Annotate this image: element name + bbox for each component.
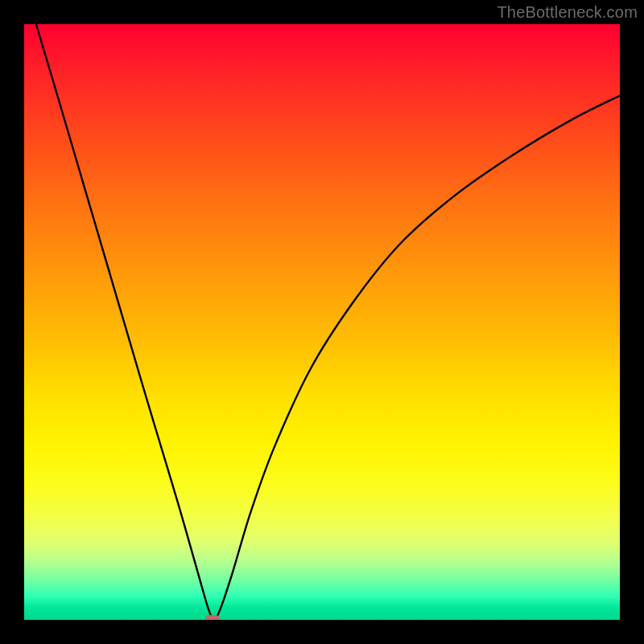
watermark-text: TheBottleneck.com bbox=[497, 3, 638, 22]
plot-area bbox=[24, 24, 620, 620]
bottleneck-curve-layer bbox=[24, 24, 620, 620]
optimum-marker bbox=[205, 615, 220, 620]
bottleneck-curve bbox=[36, 24, 620, 620]
chart-frame: TheBottleneck.com bbox=[0, 0, 644, 644]
